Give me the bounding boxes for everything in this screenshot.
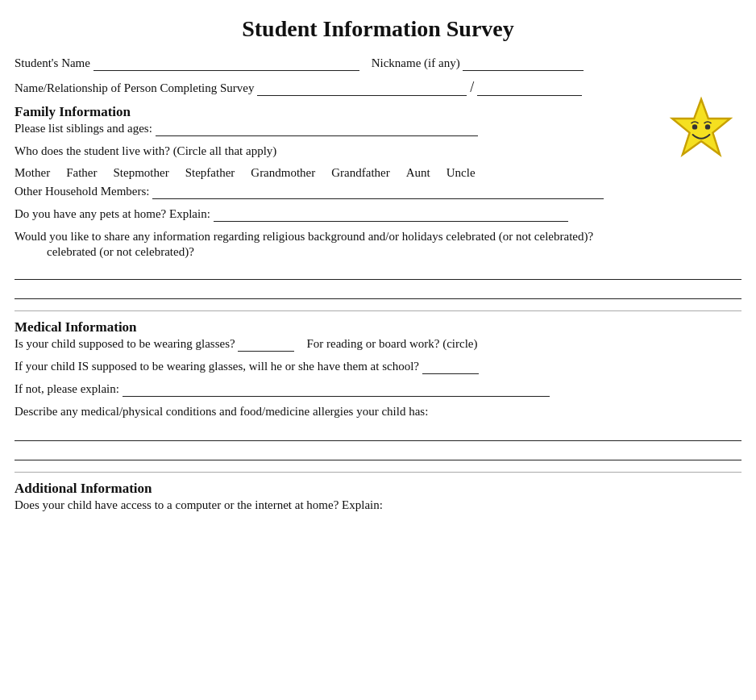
page-title: Student Information Survey [15, 16, 741, 42]
medical-describe-lines [15, 427, 741, 460]
medical-describe-row: Describe any medical/physical conditions… [15, 405, 741, 419]
circle-stepmother[interactable]: Stepmother [114, 166, 185, 180]
computer-label: Does your child have access to a compute… [15, 498, 383, 512]
circle-items-row: Mother Father Stepmother Stepfather Gran… [15, 166, 741, 180]
other-household-label: Other Household Members: [15, 185, 149, 198]
glasses-label: Is your child supposed to be wearing gla… [15, 337, 235, 351]
pets-field[interactable] [214, 207, 568, 222]
religious-label: Would you like to share any information … [15, 230, 741, 244]
if-not-field[interactable] [123, 382, 550, 397]
pets-row: Do you have any pets at home? Explain: [15, 207, 741, 222]
siblings-row: Please list siblings and ages: [15, 122, 741, 136]
relationship-row: Name/Relationship of Person Completing S… [15, 79, 741, 96]
other-household-field[interactable] [152, 185, 604, 199]
medical-header: Medical Information [15, 319, 741, 335]
religious-block: Would you like to share any information … [15, 230, 741, 299]
circle-mother[interactable]: Mother [15, 166, 66, 180]
live-with-label: Who does the student live with? (Circle … [15, 144, 276, 158]
medical-describe-label: Describe any medical/physical conditions… [15, 405, 428, 419]
siblings-field[interactable] [156, 122, 478, 136]
glasses-school-row: If your child IS supposed to be wearing … [15, 360, 741, 374]
section-divider-2 [15, 472, 741, 473]
siblings-label: Please list siblings and ages: [15, 122, 152, 135]
circle-aunt[interactable]: Aunt [406, 166, 447, 180]
medical-line-1[interactable] [15, 427, 741, 441]
glasses-field[interactable] [238, 337, 294, 352]
religious-line-2[interactable] [15, 285, 741, 299]
nickname-field[interactable] [463, 56, 584, 71]
religious-lines [15, 265, 741, 299]
circle-uncle[interactable]: Uncle [447, 166, 492, 180]
relationship-name-field[interactable] [257, 81, 467, 96]
students-name-label: Student's Name [15, 56, 90, 70]
additional-section: Additional Information Does your child h… [15, 481, 741, 512]
relationship-role-field[interactable] [477, 81, 582, 96]
nickname-label: Nickname (if any) [372, 56, 460, 70]
relationship-label: Name/Relationship of Person Completing S… [15, 81, 254, 95]
live-with-row: Who does the student live with? (Circle … [15, 144, 741, 158]
family-header: Family Information [15, 104, 741, 120]
circle-father[interactable]: Father [66, 166, 113, 180]
student-name-field[interactable] [93, 56, 359, 71]
svg-point-2 [705, 124, 710, 129]
if-not-row: If not, please explain: [15, 382, 741, 397]
reading-label: For reading or board work? (circle) [306, 337, 477, 351]
additional-header: Additional Information [15, 481, 741, 497]
glasses-school-label: If your child IS supposed to be wearing … [15, 360, 419, 373]
pets-label: Do you have any pets at home? Explain: [15, 207, 210, 221]
other-household-row: Other Household Members: [15, 185, 741, 199]
glasses-row: Is your child supposed to be wearing gla… [15, 337, 741, 352]
star-decoration [669, 96, 733, 164]
circle-grandfather[interactable]: Grandfather [331, 166, 405, 180]
if-not-label: If not, please explain: [15, 382, 119, 396]
svg-point-1 [692, 124, 697, 129]
student-name-row: Student's Name Nickname (if any) [15, 56, 741, 71]
medical-section: Medical Information Is your child suppos… [15, 319, 741, 460]
medical-line-2[interactable] [15, 446, 741, 460]
religious-sublabel: celebrated (or not celebrated)? [15, 245, 741, 259]
circle-grandmother[interactable]: Grandmother [251, 166, 331, 180]
religious-line-1[interactable] [15, 265, 741, 280]
glasses-school-field[interactable] [422, 360, 479, 374]
circle-stepfather[interactable]: Stepfather [185, 166, 251, 180]
svg-marker-0 [672, 99, 730, 155]
family-section: Family Information Please list siblings … [15, 104, 741, 299]
computer-row: Does your child have access to a compute… [15, 498, 741, 512]
section-divider-1 [15, 310, 741, 311]
